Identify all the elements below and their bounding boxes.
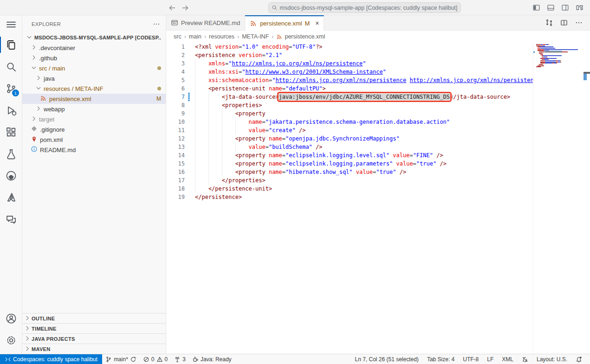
line-number[interactable]: 11 <box>166 126 185 134</box>
gutter[interactable] <box>185 143 195 151</box>
code-text[interactable]: <property name="eclipselink.logging.leve… <box>195 151 443 160</box>
line-number[interactable]: 17 <box>166 176 185 185</box>
back-button[interactable] <box>168 4 176 12</box>
layout-customize-toggle[interactable] <box>576 4 584 12</box>
code-line-18[interactable]: 18</persistence-unit> <box>166 185 590 193</box>
command-center[interactable]: msdocs-jboss-mysql-sample-app [Codespace… <box>268 2 460 13</box>
status-eol-sequence[interactable]: LF <box>483 354 498 364</box>
tab-persistence.xml[interactable]: persistence.xmlM× <box>245 15 324 31</box>
gutter[interactable] <box>185 151 195 160</box>
code-line-3[interactable]: 3xmlns="http://xmlns.jcp.org/xml/ns/pers… <box>166 59 590 68</box>
gutter[interactable] <box>185 93 195 101</box>
code-text[interactable]: xsi:schemaLocation="http://xmlns.jcp.org… <box>195 76 590 84</box>
gutter[interactable] <box>185 185 195 193</box>
code-text[interactable]: <persistence-unit name="defaultPU"> <box>195 84 326 93</box>
code-text[interactable]: <?xml version="1.0" encoding="UTF-8"?> <box>195 43 323 51</box>
line-number[interactable]: 5 <box>166 76 185 84</box>
code-line-19[interactable]: 19</persistence> <box>166 193 590 201</box>
minimap[interactable] <box>533 43 584 354</box>
gutter[interactable] <box>185 160 195 168</box>
overview-ruler[interactable] <box>584 43 590 354</box>
code-line-10[interactable]: 10name="jakarta.persistence.schema-gener… <box>166 118 590 126</box>
panel-left-toggle[interactable] <box>532 4 540 12</box>
status-ports[interactable]: 3 <box>171 354 189 364</box>
code-line-8[interactable]: 8<properties> <box>166 101 590 109</box>
tree-item-.github[interactable]: .github <box>22 53 166 63</box>
code-text[interactable]: </persistence-unit> <box>195 185 272 193</box>
line-number[interactable]: 8 <box>166 101 185 109</box>
status-git-branch[interactable]: main* <box>102 354 140 364</box>
gutter[interactable] <box>185 118 195 126</box>
code-line-4[interactable]: 4xmlns:xsi="http://www.w3.org/2001/XMLSc… <box>166 68 590 76</box>
files-activity-item[interactable] <box>0 34 22 56</box>
azure-activity-item[interactable] <box>0 186 22 208</box>
gutter[interactable] <box>185 126 195 134</box>
line-number[interactable]: 3 <box>166 59 185 68</box>
status-indentation[interactable]: Tab Size: 4 <box>423 354 459 364</box>
status-problems[interactable]: 00 <box>140 354 171 364</box>
tree-item-src-main[interactable]: src / main <box>22 63 166 73</box>
more-actions-button[interactable] <box>153 20 160 28</box>
run-debug-activity-item[interactable] <box>0 99 22 121</box>
status-java-status[interactable]: Java: Ready <box>189 354 235 364</box>
line-number[interactable]: 10 <box>166 118 185 126</box>
code-line-17[interactable]: 17</properties> <box>166 176 590 185</box>
code-line-1[interactable]: 1<?xml version="1.0" encoding="UTF-8"?> <box>166 43 590 51</box>
breadcrumb-item-src[interactable]: src <box>174 33 182 40</box>
code-text[interactable]: <properties> <box>195 101 262 109</box>
close-icon[interactable]: × <box>315 19 319 27</box>
gutter[interactable] <box>185 176 195 185</box>
code-text[interactable]: </persistence> <box>195 193 242 201</box>
panel-right-toggle[interactable] <box>561 4 569 12</box>
gutter[interactable] <box>185 68 195 76</box>
status-language-mode[interactable]: XML <box>498 354 518 364</box>
code-text[interactable]: <property name="hibernate.show_sql" valu… <box>195 168 406 176</box>
gear-activity-item[interactable] <box>0 329 22 351</box>
tree-item-.gitignore[interactable]: .gitignore <box>22 124 166 134</box>
gutter[interactable] <box>185 109 195 118</box>
panel-bottom-toggle[interactable] <box>547 4 555 12</box>
forward-button[interactable] <box>181 4 189 12</box>
tree-item-webapp[interactable]: webapp <box>22 104 166 114</box>
status-encoding[interactable]: UTF-8 <box>459 354 483 364</box>
tree-item-persistence.xml[interactable]: persistence.xmlM <box>22 94 166 104</box>
code-lines[interactable]: 1<?xml version="1.0" encoding="UTF-8"?>2… <box>166 43 590 201</box>
tree-item-resources-meta-inf[interactable]: resources / META-INF <box>22 83 166 94</box>
status-keyboard-layout[interactable]: Layout: U.S. <box>532 354 571 364</box>
breadcrumb-item-persistence.xml[interactable]: persistence.xml <box>276 33 325 40</box>
testing-activity-item[interactable] <box>0 143 22 165</box>
code-text[interactable]: name="jakarta.persistence.schema-generat… <box>195 118 450 126</box>
code-text[interactable]: <jta-data-source>java:jboss/env/jdbc/AZU… <box>195 93 510 101</box>
extensions-activity-item[interactable] <box>0 121 22 143</box>
line-number[interactable]: 14 <box>166 151 185 160</box>
code-editor[interactable]: 1<?xml version="1.0" encoding="UTF-8"?>2… <box>166 43 590 354</box>
gutter[interactable] <box>185 51 195 59</box>
gutter[interactable] <box>185 76 195 84</box>
gutter[interactable] <box>185 84 195 93</box>
github-activity-item[interactable] <box>0 165 22 186</box>
code-line-16[interactable]: 16<property name="hibernate.show_sql" va… <box>166 168 590 176</box>
code-text[interactable]: <property <box>195 109 266 118</box>
status-do-not-disturb[interactable] <box>518 354 532 364</box>
code-text[interactable]: xmlns="http://xmlns.jcp.org/xml/ns/persi… <box>195 59 366 68</box>
code-line-11[interactable]: 11value="create" /> <box>166 126 590 134</box>
code-line-9[interactable]: 9<property <box>166 109 590 118</box>
code-text[interactable]: </properties> <box>195 176 266 185</box>
tree-item-pom.xml[interactable]: pom.xml <box>22 134 166 145</box>
tab-preview-readme.md[interactable]: Preview README.md <box>166 15 245 30</box>
code-text[interactable]: value="create" /> <box>195 126 305 134</box>
code-line-13[interactable]: 13value="buildSchema" /> <box>166 143 590 151</box>
gutter[interactable] <box>185 101 195 109</box>
breadcrumb-item-resources[interactable]: resources <box>209 33 234 40</box>
tree-item-readme.md[interactable]: README.md <box>22 145 166 155</box>
breadcrumb-item-main[interactable]: main <box>189 33 201 40</box>
line-number[interactable]: 4 <box>166 68 185 76</box>
code-line-2[interactable]: 2<persistence version="2.1" <box>166 51 590 59</box>
panel-header-maven[interactable]: MAVEN <box>22 344 166 354</box>
gutter[interactable] <box>185 59 195 68</box>
code-text[interactable]: xmlns:xsi="http://www.w3.org/2001/XMLSch… <box>195 68 386 76</box>
code-line-5[interactable]: 5xsi:schemaLocation="http://xmlns.jcp.or… <box>166 76 590 84</box>
code-text[interactable]: <property name="eclipselink.logging.para… <box>195 160 447 168</box>
code-line-6[interactable]: 6<persistence-unit name="defaultPU"> <box>166 84 590 93</box>
line-number[interactable]: 19 <box>166 193 185 201</box>
